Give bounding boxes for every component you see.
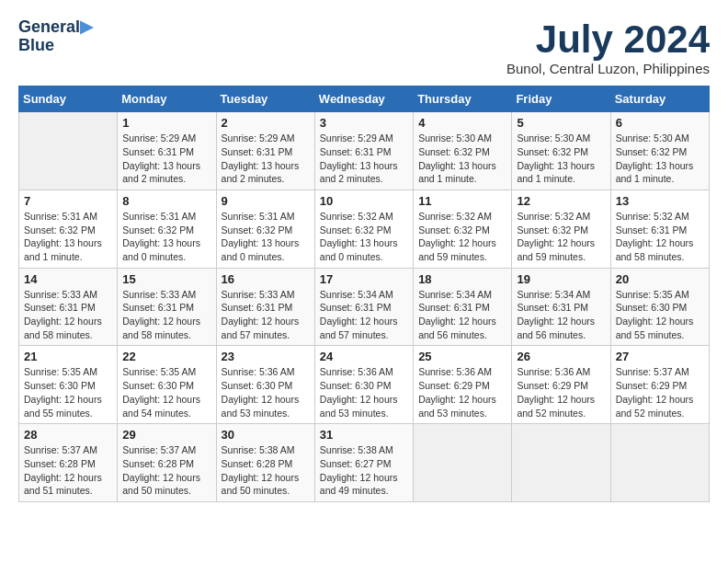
- day-info: Sunrise: 5:36 AM Sunset: 6:29 PM Dayligh…: [517, 365, 605, 419]
- day-number: 15: [122, 272, 210, 286]
- day-number: 17: [320, 272, 408, 286]
- calendar-cell: 10Sunrise: 5:32 AM Sunset: 6:32 PM Dayli…: [314, 190, 413, 268]
- day-number: 29: [122, 428, 210, 442]
- calendar-cell: 18Sunrise: 5:34 AM Sunset: 6:31 PM Dayli…: [414, 268, 512, 346]
- day-number: 20: [616, 272, 704, 286]
- day-number: 3: [320, 116, 408, 130]
- day-info: Sunrise: 5:32 AM Sunset: 6:32 PM Dayligh…: [517, 210, 605, 264]
- day-info: Sunrise: 5:31 AM Sunset: 6:32 PM Dayligh…: [24, 210, 112, 264]
- day-number: 1: [122, 116, 210, 130]
- title-block: July 2024 Bunol, Central Luzon, Philippi…: [506, 18, 710, 76]
- day-info: Sunrise: 5:33 AM Sunset: 6:31 PM Dayligh…: [24, 288, 112, 342]
- day-number: 6: [616, 116, 704, 130]
- calendar-cell: 29Sunrise: 5:37 AM Sunset: 6:28 PM Dayli…: [118, 424, 216, 502]
- day-info: Sunrise: 5:30 AM Sunset: 6:32 PM Dayligh…: [517, 132, 605, 186]
- day-number: 25: [418, 350, 506, 363]
- day-info: Sunrise: 5:37 AM Sunset: 6:28 PM Dayligh…: [122, 443, 210, 498]
- day-info: Sunrise: 5:30 AM Sunset: 6:32 PM Dayligh…: [616, 132, 704, 186]
- calendar-cell: [19, 112, 118, 190]
- calendar-cell: 17Sunrise: 5:34 AM Sunset: 6:31 PM Dayli…: [314, 268, 413, 346]
- calendar-cell: [610, 424, 709, 502]
- calendar-cell: 7Sunrise: 5:31 AM Sunset: 6:32 PM Daylig…: [19, 190, 118, 268]
- calendar-cell: 9Sunrise: 5:31 AM Sunset: 6:32 PM Daylig…: [216, 190, 314, 268]
- calendar-body: 1Sunrise: 5:29 AM Sunset: 6:31 PM Daylig…: [19, 112, 710, 502]
- day-number: 5: [517, 116, 605, 130]
- day-info: Sunrise: 5:35 AM Sunset: 6:30 PM Dayligh…: [24, 365, 112, 419]
- calendar-cell: 14Sunrise: 5:33 AM Sunset: 6:31 PM Dayli…: [19, 268, 118, 346]
- calendar-cell: 23Sunrise: 5:36 AM Sunset: 6:30 PM Dayli…: [216, 346, 314, 424]
- day-number: 8: [122, 194, 210, 208]
- day-info: Sunrise: 5:36 AM Sunset: 6:29 PM Dayligh…: [418, 365, 506, 419]
- calendar-week-2: 7Sunrise: 5:31 AM Sunset: 6:32 PM Daylig…: [19, 190, 710, 268]
- calendar-header: SundayMondayTuesdayWednesdayThursdayFrid…: [19, 86, 710, 112]
- day-info: Sunrise: 5:29 AM Sunset: 6:31 PM Dayligh…: [122, 132, 210, 186]
- calendar-week-3: 14Sunrise: 5:33 AM Sunset: 6:31 PM Dayli…: [19, 268, 710, 346]
- weekday-header-sunday: Sunday: [19, 86, 118, 112]
- calendar-cell: 4Sunrise: 5:30 AM Sunset: 6:32 PM Daylig…: [414, 112, 512, 190]
- day-number: 30: [222, 428, 310, 442]
- day-info: Sunrise: 5:38 AM Sunset: 6:28 PM Dayligh…: [222, 443, 310, 498]
- calendar-cell: 26Sunrise: 5:36 AM Sunset: 6:29 PM Dayli…: [512, 346, 610, 424]
- weekday-header-tuesday: Tuesday: [216, 86, 314, 112]
- day-number: 10: [320, 194, 408, 208]
- day-info: Sunrise: 5:32 AM Sunset: 6:32 PM Dayligh…: [320, 210, 408, 264]
- calendar-cell: 24Sunrise: 5:36 AM Sunset: 6:30 PM Dayli…: [314, 346, 413, 424]
- day-number: 18: [418, 272, 506, 286]
- month-title: July 2024: [506, 18, 710, 61]
- day-number: 13: [616, 194, 704, 208]
- day-number: 4: [418, 116, 506, 130]
- calendar-cell: 6Sunrise: 5:30 AM Sunset: 6:32 PM Daylig…: [610, 112, 709, 190]
- weekday-header-row: SundayMondayTuesdayWednesdayThursdayFrid…: [19, 86, 710, 112]
- day-info: Sunrise: 5:31 AM Sunset: 6:32 PM Dayligh…: [222, 210, 310, 264]
- day-info: Sunrise: 5:29 AM Sunset: 6:31 PM Dayligh…: [320, 132, 408, 186]
- day-info: Sunrise: 5:35 AM Sunset: 6:30 PM Dayligh…: [122, 365, 210, 419]
- day-number: 24: [320, 350, 408, 363]
- day-info: Sunrise: 5:36 AM Sunset: 6:30 PM Dayligh…: [320, 365, 408, 419]
- calendar-cell: 5Sunrise: 5:30 AM Sunset: 6:32 PM Daylig…: [512, 112, 610, 190]
- day-info: Sunrise: 5:32 AM Sunset: 6:32 PM Dayligh…: [418, 210, 506, 264]
- day-info: Sunrise: 5:29 AM Sunset: 6:31 PM Dayligh…: [222, 132, 310, 186]
- calendar-cell: 12Sunrise: 5:32 AM Sunset: 6:32 PM Dayli…: [512, 190, 610, 268]
- calendar-cell: 1Sunrise: 5:29 AM Sunset: 6:31 PM Daylig…: [118, 112, 216, 190]
- weekday-header-monday: Monday: [118, 86, 216, 112]
- calendar-week-4: 21Sunrise: 5:35 AM Sunset: 6:30 PM Dayli…: [19, 346, 710, 424]
- day-number: 14: [24, 272, 112, 286]
- day-number: 22: [122, 350, 210, 363]
- calendar-cell: 21Sunrise: 5:35 AM Sunset: 6:30 PM Dayli…: [19, 346, 118, 424]
- day-info: Sunrise: 5:33 AM Sunset: 6:31 PM Dayligh…: [122, 288, 210, 342]
- calendar-cell: 11Sunrise: 5:32 AM Sunset: 6:32 PM Dayli…: [414, 190, 512, 268]
- day-number: 23: [222, 350, 310, 363]
- day-info: Sunrise: 5:34 AM Sunset: 6:31 PM Dayligh…: [517, 288, 605, 342]
- page-header: General▶Blue July 2024 Bunol, Central Lu…: [18, 18, 710, 76]
- calendar-cell: 19Sunrise: 5:34 AM Sunset: 6:31 PM Dayli…: [512, 268, 610, 346]
- weekday-header-thursday: Thursday: [414, 86, 512, 112]
- day-info: Sunrise: 5:30 AM Sunset: 6:32 PM Dayligh…: [418, 132, 506, 186]
- calendar-cell: 22Sunrise: 5:35 AM Sunset: 6:30 PM Dayli…: [118, 346, 216, 424]
- calendar-cell: 16Sunrise: 5:33 AM Sunset: 6:31 PM Dayli…: [216, 268, 314, 346]
- calendar-cell: 25Sunrise: 5:36 AM Sunset: 6:29 PM Dayli…: [414, 346, 512, 424]
- day-number: 26: [517, 350, 605, 363]
- calendar-cell: 20Sunrise: 5:35 AM Sunset: 6:30 PM Dayli…: [610, 268, 709, 346]
- day-info: Sunrise: 5:37 AM Sunset: 6:28 PM Dayligh…: [24, 443, 112, 498]
- day-number: 28: [24, 428, 112, 442]
- day-number: 2: [222, 116, 310, 130]
- location: Bunol, Central Luzon, Philippines: [506, 61, 710, 76]
- day-info: Sunrise: 5:35 AM Sunset: 6:30 PM Dayligh…: [616, 288, 704, 342]
- day-info: Sunrise: 5:36 AM Sunset: 6:30 PM Dayligh…: [222, 365, 310, 419]
- day-number: 31: [320, 428, 408, 442]
- calendar-cell: 8Sunrise: 5:31 AM Sunset: 6:32 PM Daylig…: [118, 190, 216, 268]
- calendar-cell: 28Sunrise: 5:37 AM Sunset: 6:28 PM Dayli…: [19, 424, 118, 502]
- day-number: 16: [222, 272, 310, 286]
- day-info: Sunrise: 5:32 AM Sunset: 6:31 PM Dayligh…: [616, 210, 704, 264]
- day-number: 12: [517, 194, 605, 208]
- calendar-cell: 3Sunrise: 5:29 AM Sunset: 6:31 PM Daylig…: [314, 112, 413, 190]
- calendar-cell: [512, 424, 610, 502]
- day-info: Sunrise: 5:34 AM Sunset: 6:31 PM Dayligh…: [320, 288, 408, 342]
- calendar-cell: 2Sunrise: 5:29 AM Sunset: 6:31 PM Daylig…: [216, 112, 314, 190]
- day-info: Sunrise: 5:37 AM Sunset: 6:29 PM Dayligh…: [616, 365, 704, 419]
- weekday-header-saturday: Saturday: [610, 86, 709, 112]
- calendar-cell: 15Sunrise: 5:33 AM Sunset: 6:31 PM Dayli…: [118, 268, 216, 346]
- day-number: 19: [517, 272, 605, 286]
- calendar-cell: 13Sunrise: 5:32 AM Sunset: 6:31 PM Dayli…: [610, 190, 709, 268]
- day-info: Sunrise: 5:38 AM Sunset: 6:27 PM Dayligh…: [320, 443, 408, 498]
